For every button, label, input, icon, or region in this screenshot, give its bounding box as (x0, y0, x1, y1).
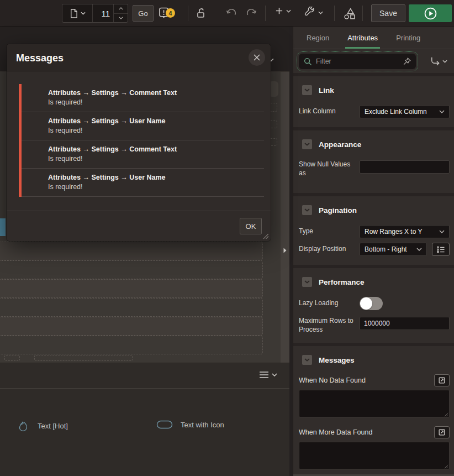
wireframe-element[interactable] (34, 355, 133, 361)
collapse-chevron-icon[interactable] (302, 277, 312, 287)
gallery-header (0, 363, 289, 389)
section-appearance: Appearance Show Null Values as (293, 127, 454, 193)
pagination-type-select[interactable]: Row Ranges X to Y (360, 225, 450, 238)
step-down-button[interactable] (114, 13, 128, 23)
tab-region[interactable]: Region (305, 27, 330, 49)
create-menu-button[interactable] (275, 7, 291, 15)
hamburger-icon (259, 371, 269, 379)
splitter-collapse-arrow-icon[interactable] (283, 248, 287, 253)
save-button[interactable]: Save (371, 4, 405, 22)
pin-icon[interactable] (403, 57, 411, 66)
quick-pick-list-button[interactable] (432, 243, 450, 256)
messages-count-badge: 4 (166, 8, 175, 18)
filter-box (299, 54, 416, 69)
redo-button[interactable] (245, 7, 257, 19)
max-rows-input[interactable] (360, 317, 450, 330)
toolbar-separator (188, 6, 188, 21)
field-label: Display Position (299, 245, 360, 254)
dialog-resize-grip[interactable] (263, 233, 269, 239)
section-pagination: Pagination Type Row Ranges X to Y Displa… (293, 193, 454, 265)
section-title: Performance (319, 278, 365, 286)
error-message-list: Attributes → Settings → Comment Text Is … (19, 84, 264, 197)
error-message-path: Attributes → Settings → User Name (48, 117, 258, 126)
resize-grip-icon[interactable] (444, 464, 448, 469)
error-message-item[interactable]: Attributes → Settings → User Name Is req… (22, 112, 264, 140)
step-up-button[interactable] (114, 4, 128, 13)
shared-components-button[interactable] (342, 7, 357, 21)
expand-editor-button[interactable] (434, 426, 450, 438)
page-icon (70, 9, 78, 18)
dialog-title: Messages (16, 44, 64, 72)
page-picker-button[interactable] (62, 4, 92, 22)
section-title: Pagination (319, 206, 357, 215)
layout-row[interactable] (0, 317, 263, 336)
page-number-input[interactable] (93, 9, 113, 18)
error-message-item[interactable]: Attributes → Settings → User Name Is req… (22, 169, 264, 197)
shapes-icon (342, 7, 357, 21)
run-page-button[interactable] (409, 4, 452, 22)
lazy-loading-toggle[interactable] (360, 297, 383, 310)
error-message-item[interactable]: Attributes → Settings → Comment Text Is … (22, 140, 264, 169)
resize-grip-icon[interactable] (444, 412, 448, 417)
section-link: Link Link Column Exclude Link Column (293, 73, 454, 127)
undo-button[interactable] (225, 7, 237, 19)
when-no-data-found-textarea[interactable] (299, 390, 450, 417)
chevron-down-icon (318, 11, 323, 14)
chevron-down-icon (416, 248, 422, 251)
filter-input[interactable] (316, 57, 399, 65)
layout-row[interactable] (0, 336, 263, 354)
toolbar-separator (334, 6, 335, 21)
field-label: Type (299, 227, 360, 236)
pill-icon (156, 420, 173, 429)
error-message-path: Attributes → Settings → User Name (48, 173, 258, 182)
search-icon (303, 57, 312, 66)
layout-row[interactable] (0, 298, 263, 317)
panel-body: Link Link Column Exclude Link Column (293, 73, 454, 476)
toolbar-separator (265, 6, 266, 21)
section-performance: Performance Lazy Loading Maximum Rows to… (293, 265, 454, 343)
page-number-stepper (113, 4, 128, 22)
play-icon (424, 7, 437, 20)
page-messages-button[interactable]: 4 (158, 7, 178, 21)
select-value: Exclude Link Column (365, 108, 439, 116)
gallery-menu-button[interactable] (259, 371, 277, 379)
selection-indicator (0, 218, 6, 236)
go-button[interactable]: Go (133, 5, 154, 22)
section-messages: Messages When No Data Found (293, 343, 454, 476)
display-position-select[interactable]: Bottom - Right (360, 243, 427, 256)
toggle-knob (360, 297, 372, 310)
lock-page-button[interactable] (194, 7, 208, 20)
utilities-menu-button[interactable] (304, 7, 323, 18)
layout-row[interactable] (0, 279, 263, 298)
link-column-select[interactable]: Exclude Link Column (360, 105, 450, 118)
error-message-item[interactable]: Attributes → Settings → Comment Text Is … (22, 84, 264, 112)
tab-printing[interactable]: Printing (395, 27, 421, 49)
gallery-item-text-with-icon[interactable]: Text with Icon (156, 420, 224, 429)
when-more-data-found-textarea[interactable] (299, 442, 450, 469)
expand-editor-button[interactable] (434, 374, 450, 386)
plus-icon (275, 7, 283, 15)
collapse-chevron-icon[interactable] (302, 355, 312, 365)
collapse-chevron-icon[interactable] (302, 139, 312, 149)
tab-attributes[interactable]: Attributes (346, 27, 379, 49)
dialog-header[interactable]: Messages (7, 44, 271, 72)
wireframe-element[interactable] (4, 355, 20, 361)
chevron-down-icon (439, 110, 445, 113)
dialog-footer: OK (7, 211, 271, 241)
ok-button[interactable]: OK (240, 218, 262, 234)
layout-row[interactable] (0, 242, 263, 260)
collapse-chevron-icon[interactable] (302, 205, 312, 215)
chevron-down-icon (286, 9, 291, 13)
toolbar-separator (362, 6, 363, 21)
pane-splitter[interactable] (281, 72, 289, 363)
gallery-pane: Text [Hot] Text with Icon (0, 363, 289, 476)
gallery-item-text-hot[interactable]: Text [Hot] (15, 419, 68, 433)
close-button[interactable] (249, 49, 265, 66)
flame-icon (15, 419, 30, 433)
layout-row[interactable] (0, 260, 263, 279)
collapse-chevron-icon[interactable] (302, 85, 312, 95)
go-to-group-button[interactable] (430, 56, 447, 66)
chevron-down-icon (81, 12, 86, 15)
show-null-values-input[interactable] (360, 160, 450, 174)
filter-row (293, 49, 454, 73)
